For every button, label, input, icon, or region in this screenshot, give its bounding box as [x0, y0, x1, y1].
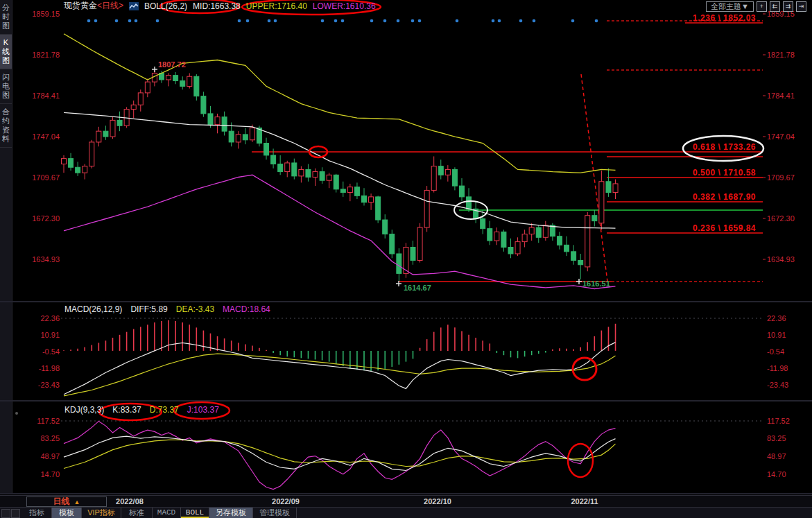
candle-body	[417, 227, 422, 260]
kdj-k-value: K:83.37	[112, 405, 141, 415]
tab-save-template[interactable]: 另存模板	[209, 508, 253, 518]
macd-axis-label-left: 10.91	[40, 331, 60, 339]
macd-axis-label-right: 10.91	[767, 331, 786, 339]
candle-body	[501, 232, 506, 247]
candle-body	[445, 169, 450, 175]
signal-dot	[94, 19, 98, 23]
signal-dot	[268, 19, 271, 23]
pan-icon[interactable]: +	[757, 1, 767, 12]
kdj-axis-label-right: 14.70	[767, 470, 786, 478]
kdj-axis-label-right: 48.97	[767, 452, 786, 460]
kdj-axis-label-right: 83.25	[767, 434, 786, 442]
kdj-title: KDJ(9,3,3)	[64, 405, 104, 415]
chart-header: 现货黄金<日线> BOLL(26,2) MID:1663.38 UPPER:17…	[64, 1, 376, 11]
signal-dot	[334, 19, 338, 23]
candle-body	[76, 167, 80, 173]
candle-body	[592, 216, 597, 221]
shrink-bars-icon[interactable]: ⇇	[770, 1, 780, 12]
candle-body	[431, 166, 436, 191]
signal-dot	[321, 19, 325, 23]
candle-body	[347, 187, 352, 193]
kdj-header: KDJ(9,3,3) K:83.37 D:73.37 J:103.37	[64, 405, 219, 415]
candle-body	[599, 182, 604, 223]
candle-body	[467, 197, 472, 209]
tab-vip-indicators[interactable]: VIP指标	[82, 508, 121, 518]
signal-dot	[411, 19, 415, 23]
main-chart-canvas[interactable]: 1859.151859.151821.781821.781784.411784.…	[0, 0, 812, 494]
boll-param-label: BOLL(26,2)	[144, 1, 187, 11]
candle-body	[131, 105, 136, 109]
candle-body	[522, 234, 527, 242]
candle-body	[103, 131, 108, 137]
tab-standard[interactable]: 标准	[121, 508, 153, 518]
macd-value: MACD:18.64	[223, 304, 270, 314]
candle-body	[390, 234, 395, 254]
tab-manage-template[interactable]: 管理模板	[253, 508, 297, 518]
annotation-ellipse-red	[568, 444, 593, 477]
candle-body	[292, 163, 297, 176]
candle-body	[145, 82, 150, 93]
signal-dot	[456, 19, 459, 23]
candle-body	[201, 96, 206, 114]
signal-dot	[87, 19, 91, 23]
price-axis-label-left: 1672.30	[32, 214, 60, 223]
theme-dropdown[interactable]: 全部主题▼	[706, 1, 754, 12]
corner-square-icon-2[interactable]	[11, 509, 20, 518]
macd-diff-line	[64, 343, 616, 395]
kdj-j-line	[64, 421, 616, 489]
candle-body	[459, 186, 464, 197]
period-label: 日线	[53, 496, 70, 508]
macd-axis-label-right: -11.98	[767, 364, 788, 372]
candle-body	[376, 197, 381, 220]
month-label-aug: 2022/08	[112, 497, 148, 506]
candle-body	[285, 163, 290, 172]
chart-icon[interactable]	[129, 2, 139, 10]
fib-label-1236: 1.236 \ 1852.03	[576, 13, 756, 23]
candle-body	[96, 131, 101, 142]
signal-dot	[115, 19, 119, 23]
boll-upper-value: UPPER:1716.40	[246, 1, 307, 11]
candle-body	[397, 254, 401, 273]
signal-dot	[397, 19, 400, 23]
peak-price-label: 1807.72	[158, 60, 186, 69]
panel-separator	[0, 400, 812, 402]
tab-template[interactable]: 模板	[52, 508, 82, 518]
signal-dot	[370, 19, 374, 23]
candle-body	[369, 197, 374, 202]
candle-body	[320, 172, 325, 181]
kdj-axis-label-left: 48.97	[40, 452, 60, 460]
macd-axis-label-right: -0.54	[767, 347, 784, 356]
macd-axis-label-right: 22.36	[767, 314, 786, 322]
candle-body	[606, 182, 611, 193]
candle-body	[313, 172, 318, 178]
price-axis-label-right: 1634.93	[767, 255, 795, 264]
signal-dot	[533, 19, 536, 23]
period-selector[interactable]: 日线 ▲	[26, 497, 107, 507]
expand-bars-icon[interactable]: ⇉	[783, 1, 793, 12]
macd-axis-label-right: -23.43	[767, 381, 788, 389]
signal-dot	[238, 19, 241, 23]
price-axis-label-left: 1821.78	[32, 51, 60, 59]
candle-body	[83, 166, 87, 173]
candle-body	[334, 175, 338, 189]
candle-body	[110, 120, 115, 137]
kdj-axis-label-left: 117.52	[37, 417, 60, 425]
price-axis-label-left: 1747.04	[32, 132, 60, 141]
macd-dea-line	[64, 354, 616, 396]
shift-right-icon[interactable]: ⇥	[796, 1, 806, 12]
tab-indicators[interactable]: 指标	[22, 508, 52, 518]
candle-body	[194, 76, 199, 96]
candle-body	[571, 252, 576, 261]
price-axis-label-right: 1784.41	[767, 92, 795, 100]
tab-macd[interactable]: MACD	[153, 508, 181, 518]
corner-square-icon[interactable]	[1, 509, 10, 518]
candle-body	[222, 117, 227, 132]
candle-body	[557, 236, 562, 245]
candle-body	[613, 184, 618, 193]
tab-boll[interactable]: BOLL	[181, 508, 209, 518]
candle-body	[543, 225, 548, 237]
kdj-axis-label-right: 117.52	[767, 417, 790, 425]
month-label-oct: 2022/10	[420, 497, 456, 506]
macd-header: MACD(26,12,9) DIFF:5.89 DEA:-3.43 MACD:1…	[64, 304, 270, 314]
top-toolbar: 全部主题▼ + ⇇ ⇉ ⇥	[706, 1, 806, 12]
